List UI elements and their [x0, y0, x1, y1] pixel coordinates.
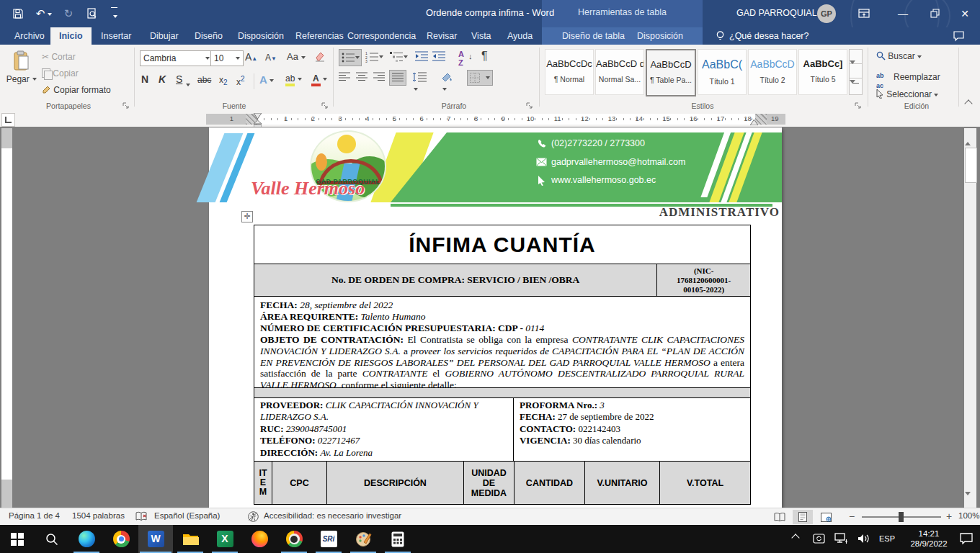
align-left-button[interactable]: [339, 72, 350, 82]
print-preview-button[interactable]: [82, 6, 101, 22]
pilcrow-button[interactable]: ¶: [481, 50, 488, 63]
chrome-badged-app-icon[interactable]: [277, 525, 311, 553]
style-titulo-1[interactable]: AaBbC(Título 1: [698, 49, 747, 95]
word-count[interactable]: 1504 palabras: [72, 511, 125, 520]
sort-button[interactable]: AZ↓: [458, 50, 464, 67]
account-name[interactable]: GAD PARROQUIAL: [736, 8, 817, 18]
tell-me-box[interactable]: ¿Qué desea hacer?: [729, 27, 809, 45]
tab-stop-selector[interactable]: [1, 113, 15, 127]
shading-button[interactable]: [441, 72, 453, 95]
align-right-button[interactable]: [373, 72, 385, 82]
replace-button[interactable]: abac: [876, 70, 884, 90]
select-button[interactable]: Seleccionar: [876, 89, 938, 99]
styles-dialog-launcher[interactable]: [855, 102, 862, 109]
bullets-button[interactable]: [339, 49, 362, 66]
style-titulo-2[interactable]: AaBbCcDTítulo 2: [748, 49, 797, 95]
document-page[interactable]: GAD PARROQUIAL Valle Hermoso (02)2773220…: [209, 127, 782, 508]
grow-font-button[interactable]: A▲: [245, 51, 257, 63]
paste-dropdown-arrow[interactable]: [32, 78, 37, 81]
shrink-font-button[interactable]: A▼: [265, 53, 277, 63]
strikethrough-button[interactable]: abc: [197, 75, 211, 85]
tab-revisar[interactable]: Revisar: [418, 27, 466, 45]
styles-gallery-more[interactable]: [849, 78, 863, 95]
ribbon-display-options-button[interactable]: [849, 0, 879, 27]
print-layout-button[interactable]: [793, 510, 813, 524]
style-table-paragraph-selected[interactable]: AaBbCcD¶ Table Pa...: [646, 49, 696, 96]
highlight-color-button[interactable]: ab: [285, 73, 302, 84]
zoom-slider-thumb[interactable]: [899, 512, 904, 522]
subscript-button[interactable]: x2: [219, 75, 228, 86]
calculator-icon[interactable]: [380, 525, 415, 553]
restore-button[interactable]: [919, 0, 950, 27]
change-case-button[interactable]: Aa: [287, 51, 306, 62]
style-normal-sa[interactable]: AaBbCcD dENormal Sa...: [595, 49, 644, 95]
tab-inicio[interactable]: Inicio: [50, 27, 92, 45]
tab-diseno-de-tabla[interactable]: Diseño de tabla: [553, 27, 633, 45]
font-size-combobox[interactable]: 10: [210, 50, 244, 66]
tab-disposicion-tabla[interactable]: Disposición: [628, 27, 692, 45]
tab-dibujar[interactable]: Dibujar: [141, 27, 187, 45]
paste-button[interactable]: Pegar: [6, 48, 37, 101]
word-taskbar-icon[interactable]: W: [138, 525, 173, 553]
tab-insertar[interactable]: Insertar: [92, 27, 140, 45]
save-button[interactable]: [9, 6, 27, 22]
format-painter-button[interactable]: Copiar formato: [42, 85, 111, 95]
proofing-status-icon[interactable]: [135, 511, 147, 522]
right-indent-marker[interactable]: [750, 120, 758, 125]
excel-icon[interactable]: X: [208, 525, 242, 553]
zoom-out-button[interactable]: −: [849, 511, 855, 522]
language-indicator[interactable]: Español (España): [154, 511, 220, 520]
tab-diseno[interactable]: Diseño: [186, 27, 231, 45]
underline-button[interactable]: S: [176, 73, 182, 85]
find-button[interactable]: Buscar: [876, 51, 922, 61]
action-center-icon[interactable]: [960, 533, 973, 544]
clock[interactable]: 14:21 28/9/2022: [903, 529, 955, 549]
tab-correspondencia[interactable]: Correspondencia: [339, 27, 424, 45]
collapse-ribbon-button[interactable]: [966, 96, 971, 109]
numbering-button[interactable]: 123: [363, 49, 385, 65]
minimize-button[interactable]: —: [888, 0, 918, 27]
purchase-order-table[interactable]: ÍNFIMA CUANTÍA No. DE ORDEN DE COMPRA: S…: [254, 225, 751, 505]
text-effects-button[interactable]: A: [259, 73, 274, 86]
first-line-indent-marker[interactable]: [254, 113, 262, 119]
tab-disposicion[interactable]: Disposición: [229, 27, 293, 45]
font-name-combobox[interactable]: Cambria: [140, 50, 213, 66]
sync-tray-icon[interactable]: [813, 533, 825, 545]
edge-icon[interactable]: [69, 525, 104, 553]
start-button[interactable]: [0, 525, 35, 553]
show-hidden-icons-button[interactable]: [793, 534, 798, 542]
justify-button[interactable]: [389, 70, 406, 86]
zoom-level[interactable]: 100%: [958, 511, 979, 520]
tab-vista[interactable]: Vista: [463, 27, 500, 45]
scroll-up-button[interactable]: [965, 130, 976, 140]
underline-dropdown-arrow[interactable]: [186, 78, 190, 91]
borders-button[interactable]: [467, 70, 493, 86]
page-indicator[interactable]: Página 1 de 4: [9, 511, 60, 520]
accessibility-status[interactable]: Accesibilidad: es necesario investigar: [264, 511, 401, 520]
clear-formatting-button[interactable]: [314, 51, 326, 62]
clipboard-dialog-launcher[interactable]: [122, 102, 130, 109]
close-button[interactable]: ✕: [950, 0, 980, 27]
font-dialog-launcher[interactable]: [321, 102, 329, 109]
sri-app-icon[interactable]: SRi: [311, 525, 346, 553]
web-layout-button[interactable]: [816, 510, 836, 524]
taskbar-search-icon[interactable]: [35, 525, 69, 553]
scrollbar-thumb[interactable]: [965, 148, 977, 183]
tab-ayuda[interactable]: Ayuda: [499, 27, 541, 45]
scroll-down-button[interactable]: [965, 495, 976, 506]
file-explorer-icon[interactable]: [173, 525, 208, 553]
font-color-button[interactable]: A: [311, 73, 327, 84]
firefox-icon[interactable]: [242, 525, 277, 553]
italic-button[interactable]: K: [159, 73, 166, 85]
line-spacing-button[interactable]: [412, 72, 427, 95]
tab-archivo[interactable]: Archivo: [6, 27, 53, 45]
accessibility-icon[interactable]: [248, 511, 259, 522]
replace-label[interactable]: Reemplazar: [894, 72, 940, 82]
style-normal[interactable]: AaBbCcDc¶ Normal: [545, 49, 594, 95]
undo-dropdown-arrow[interactable]: [48, 13, 52, 16]
chrome-icon[interactable]: [104, 525, 138, 553]
volume-tray-icon[interactable]: [858, 533, 870, 544]
undo-button[interactable]: ↶: [32, 6, 56, 22]
style-titulo-5[interactable]: AaBbCc]Título 5: [798, 49, 847, 95]
superscript-button[interactable]: x2: [236, 75, 245, 87]
